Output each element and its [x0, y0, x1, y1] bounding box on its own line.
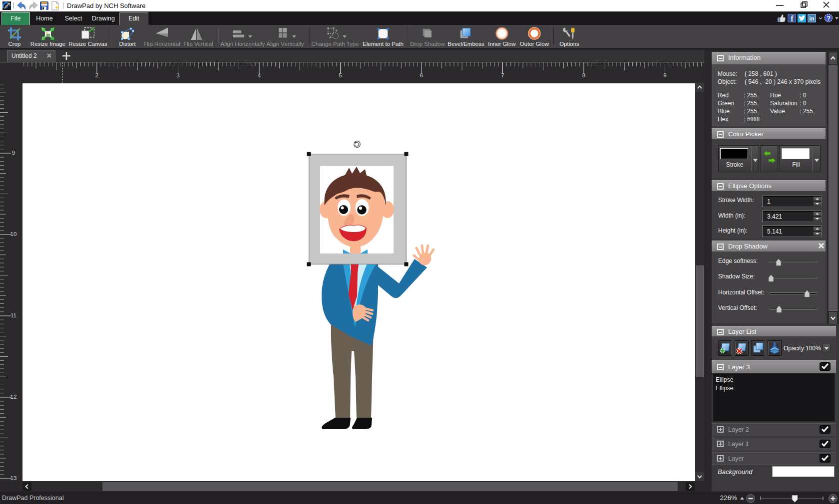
- svg-text:in: in: [810, 15, 815, 21]
- svg-text:?: ?: [827, 15, 831, 22]
- svg-text:f: f: [791, 14, 794, 23]
